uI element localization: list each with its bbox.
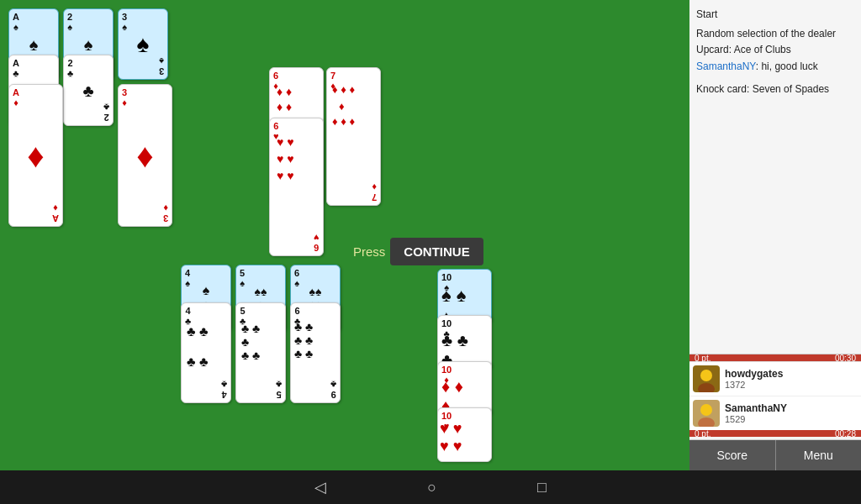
- card-ace-diamonds[interactable]: A♦ ♦ A♦: [8, 84, 63, 227]
- right-buttons: Score Menu: [689, 439, 861, 470]
- chat-line-start: Start: [696, 7, 854, 23]
- svg-point-3: [698, 417, 715, 427]
- card-4-clubs[interactable]: 4♣ ♣ ♣♣ ♣ 4♣: [181, 302, 231, 403]
- card-10-hearts[interactable]: 10♥ ♥ ♥♥ ♥: [437, 407, 492, 462]
- player2-pt-bar: 0 pt.: [695, 429, 710, 438]
- svg-point-2: [700, 404, 712, 416]
- player1-name: howdygates: [725, 368, 858, 380]
- player1-timer-bar: 00:30: [835, 354, 856, 363]
- player2-timer-bar: 00:28: [835, 429, 856, 438]
- player2-score: 1529: [725, 414, 858, 424]
- bottom-card-area: 4♠ ♠♠ 5♠ ♠♠♠ 6♠ ♠♠♠♠ 4♣ ♣ ♣♣ ♣ 4♣: [181, 265, 601, 458]
- nav-bar: ◁ ○ □: [0, 470, 861, 504]
- card-7-diamonds-discard[interactable]: 7♦ ♦ ♦ ♦ ♦ ♦ ♦ ♦ 7♦: [326, 67, 381, 206]
- player1-score: 1372: [725, 380, 858, 390]
- back-button[interactable]: ◁: [314, 478, 326, 496]
- recents-button[interactable]: □: [537, 479, 547, 496]
- home-button[interactable]: ○: [427, 479, 436, 496]
- continue-button-area: Press CONTINUE: [353, 238, 483, 265]
- card-2-clubs[interactable]: 2♣ ♣ 2♣: [63, 55, 114, 126]
- chat-line-upcard: Upcard: Ace of Clubs: [696, 42, 854, 58]
- right-panel: Start Random selection of the dealer Upc…: [689, 0, 861, 470]
- player1-pt-bar: 0 pt.: [695, 354, 710, 363]
- menu-button[interactable]: Menu: [776, 440, 862, 470]
- player2-info: SamanthaNY 1529: [725, 402, 858, 424]
- svg-point-1: [698, 383, 715, 392]
- card-6-hearts-discard[interactable]: 6♥ ♥ ♥ ♥ ♥ ♥ ♥ 6♥: [269, 118, 324, 256]
- player1-avatar: [693, 365, 720, 392]
- chat-line-knock: Knock card: Seven of Spades: [696, 81, 854, 97]
- card-3-spades[interactable]: 3♠ ♠ 3♠: [118, 8, 168, 80]
- card-3-diamonds[interactable]: 3♦ ♦ 3♦: [118, 84, 172, 227]
- card-6-clubs[interactable]: 6♣ ♣ ♣♣ ♣♣ ♣ 9♣: [290, 302, 341, 403]
- chat-line-random: Random selection of the dealer: [696, 26, 854, 42]
- game-area: A♠ ♠ A♠ 2♠ ♠ 2♠ 3♠ ♠ 3♠ A♣ ♣: [0, 0, 689, 470]
- player1-info: howdygates 1372: [725, 368, 858, 390]
- player-panels: 0 pt. 00:30 howdygates 1372: [689, 354, 861, 437]
- player2-name: SamanthaNY: [725, 402, 858, 414]
- chat-line-samantha: SamanthaNY: hi, good luck: [696, 59, 854, 75]
- player-row-howdygates: howdygates 1372: [689, 361, 861, 396]
- svg-point-0: [700, 370, 712, 381]
- player-row-samantha: SamanthaNY 1529: [689, 396, 861, 430]
- press-label: Press: [353, 244, 385, 259]
- continue-button[interactable]: CONTINUE: [390, 238, 483, 265]
- player2-avatar: [693, 400, 720, 427]
- score-button[interactable]: Score: [689, 440, 776, 470]
- card-5-clubs[interactable]: 5♣ ♣ ♣♣♣ ♣ 5♣: [235, 302, 286, 403]
